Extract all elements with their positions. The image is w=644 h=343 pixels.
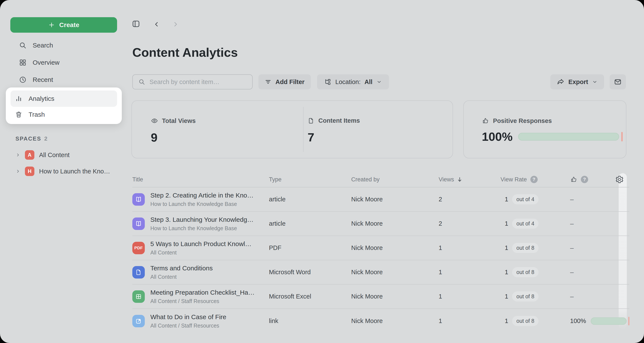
- table-row[interactable]: Step 3. Launching Your Knowledg… How to …: [132, 212, 630, 236]
- email-report-button[interactable]: [610, 74, 626, 89]
- spaces-count: 2: [44, 135, 48, 142]
- column-header-title: Title: [132, 176, 269, 183]
- negative-rate-tick: [628, 317, 630, 325]
- created-by-cell: Nick Moore: [351, 293, 439, 300]
- document-icon: [308, 117, 314, 124]
- total-views-stat: Total Views 9: [151, 101, 196, 158]
- views-cell: 1: [439, 244, 500, 251]
- view-rate-out-of-badge: out of 8: [512, 291, 538, 301]
- views-cell: 1: [439, 293, 500, 300]
- type-cell: link: [269, 317, 351, 324]
- eye-icon: [151, 117, 158, 124]
- view-rate-out-of-badge: out of 8: [512, 267, 538, 277]
- add-filter-button[interactable]: Add Filter: [258, 74, 311, 89]
- total-views-value: 9: [151, 130, 196, 144]
- content-item-cell: What to Do in Case of Fire All Content /…: [132, 313, 269, 329]
- location-filter-button[interactable]: Location: All: [317, 74, 389, 89]
- add-filter-label: Add Filter: [276, 79, 304, 86]
- clock-icon: [19, 76, 27, 84]
- positive-rate-cell: –: [570, 269, 630, 276]
- thumbs-up-icon: [482, 117, 489, 124]
- view-rate-value: 1: [500, 317, 508, 324]
- sidebar-item-trash[interactable]: Trash: [6, 107, 122, 122]
- content-items-stat: Content Items 7: [308, 101, 360, 158]
- table-header-row: Title Type Created by Views View Rate ?: [132, 172, 630, 187]
- spaces-label: SPACES: [16, 135, 41, 142]
- positive-rate-help-icon[interactable]: ?: [581, 176, 588, 183]
- view-rate-out-of-badge: out of 4: [512, 219, 538, 229]
- content-items-value: 7: [308, 130, 360, 144]
- content-item-cell: Step 3. Launching Your Knowledg… How to …: [132, 216, 269, 231]
- no-rating-dash: –: [570, 220, 574, 227]
- sidebar-item-analytics[interactable]: Analytics: [10, 91, 117, 107]
- column-header-type: Type: [269, 176, 351, 183]
- create-button[interactable]: Create: [10, 17, 117, 33]
- table-row[interactable]: What to Do in Case of Fire All Content /…: [132, 309, 630, 333]
- chevron-right-icon[interactable]: [16, 152, 20, 158]
- spaces-list: A All Content H How to Launch the Kno…: [10, 147, 122, 179]
- forward-icon[interactable]: [172, 21, 179, 28]
- created-by-cell: Nick Moore: [351, 244, 439, 251]
- table-row[interactable]: Terms and Conditions All Content Microso…: [132, 260, 630, 284]
- sidebar-item-overview[interactable]: Overview: [10, 54, 117, 71]
- space-letter-badge: A: [25, 150, 34, 160]
- space-item-all-content[interactable]: A All Content: [10, 147, 122, 163]
- screen: Create Search Overview Recent: [0, 0, 644, 343]
- positive-responses-label: Positive Responses: [493, 117, 552, 124]
- type-cell: Microsoft Excel: [269, 293, 351, 300]
- tree-icon: [324, 78, 332, 86]
- table-settings-gear-icon[interactable]: [615, 175, 630, 184]
- view-rate-help-icon[interactable]: ?: [530, 176, 538, 183]
- column-header-created-by: Created by: [351, 176, 439, 183]
- onboarding-spotlight: Analytics Trash: [6, 88, 122, 124]
- create-button-label: Create: [59, 21, 79, 29]
- thumbs-up-icon: [570, 176, 578, 183]
- view-rate-value: 1: [500, 196, 508, 203]
- content-item-location: All Content: [150, 249, 252, 256]
- type-cell: article: [269, 220, 351, 227]
- positive-rate-cell: –: [570, 196, 630, 203]
- content-item-location: How to Launch the Knowledge Base: [150, 201, 254, 207]
- space-name: How to Launch the Kno…: [39, 168, 110, 175]
- content-item-location: All Content: [150, 274, 213, 280]
- table-row[interactable]: Meeting Preparation Checklist_Ha… All Co…: [132, 284, 630, 309]
- no-rating-dash: –: [570, 244, 574, 252]
- trash-icon: [15, 111, 22, 118]
- chevron-down-icon: [376, 79, 382, 85]
- sidebar-item-recent[interactable]: Recent: [10, 71, 117, 88]
- back-icon[interactable]: [153, 21, 160, 28]
- no-rating-dash: –: [570, 196, 574, 203]
- column-header-views[interactable]: Views: [439, 176, 500, 183]
- doc-icon: [132, 266, 145, 278]
- pdf-label: PDF: [134, 246, 143, 250]
- views-cell: 2: [439, 196, 500, 203]
- location-value: All: [364, 79, 372, 86]
- sidebar-toggle-icon[interactable]: [132, 19, 140, 28]
- table-row[interactable]: PDF 5 Ways to Launch Product Knowl… All …: [132, 236, 630, 260]
- chevron-down-icon: [592, 79, 598, 85]
- view-rate-cell: 1 out of 8: [500, 267, 570, 277]
- export-button[interactable]: Export: [550, 74, 604, 89]
- view-rate-cell: 1 out of 8: [500, 291, 570, 301]
- content-item-location: How to Launch the Knowledge Base: [150, 225, 254, 231]
- positive-rate-cell: –: [570, 220, 630, 227]
- view-rate-out-of-badge: out of 4: [512, 194, 538, 204]
- type-cell: PDF: [269, 244, 351, 251]
- share-arrow-icon: [557, 78, 564, 86]
- card-divider: [303, 107, 304, 152]
- view-rate-cell: 1 out of 4: [500, 194, 570, 204]
- content-items-label: Content Items: [318, 117, 360, 124]
- table-row[interactable]: Step 2. Creating Article in the Kno… How…: [132, 187, 630, 212]
- search-input[interactable]: Search by content item…: [132, 74, 252, 89]
- positive-rate-cell: 100%: [570, 317, 630, 325]
- content-item-cell: Terms and Conditions All Content: [132, 264, 269, 280]
- space-item-how-to-launch[interactable]: H How to Launch the Kno…: [10, 163, 122, 179]
- positive-responses-value: 100%: [482, 130, 512, 144]
- created-by-cell: Nick Moore: [351, 269, 439, 276]
- created-by-cell: Nick Moore: [351, 317, 439, 324]
- chevron-right-icon[interactable]: [16, 169, 20, 174]
- view-rate-out-of-badge: out of 8: [512, 243, 538, 253]
- spaces-header: SPACES2: [16, 135, 48, 142]
- sidebar-item-search[interactable]: Search: [10, 37, 117, 54]
- content-item-cell: Step 2. Creating Article in the Kno… How…: [132, 192, 269, 207]
